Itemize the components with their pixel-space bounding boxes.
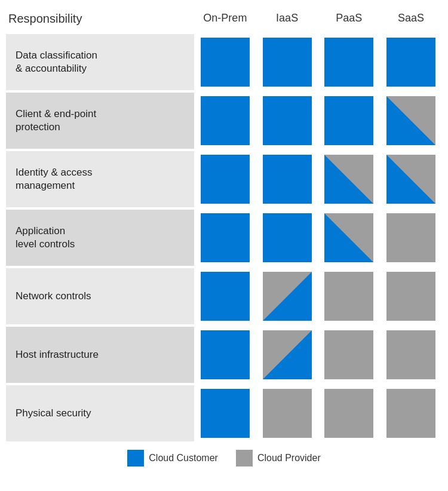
table-cell — [194, 327, 256, 383]
table-row: Host infrastructure — [6, 327, 442, 383]
table-cell — [318, 93, 381, 149]
row-label: Network controls — [6, 268, 194, 324]
header-responsibility: Responsibility — [6, 6, 194, 32]
row-label: Application level controls — [6, 210, 194, 266]
row-label: Physical security — [6, 385, 194, 441]
cell-square — [201, 330, 250, 379]
cell-square — [324, 213, 373, 262]
header-row: Responsibility On-Prem IaaS PaaS SaaS — [6, 6, 442, 32]
cell-square — [263, 389, 312, 438]
table-cell — [256, 210, 318, 266]
header-saas: SaaS — [380, 6, 442, 32]
cell-square — [201, 155, 250, 204]
table-cell — [318, 34, 381, 90]
table-cell — [256, 93, 318, 149]
responsibility-table: Responsibility On-Prem IaaS PaaS SaaS Da… — [6, 6, 442, 467]
table-cell — [194, 151, 256, 207]
table-cell — [194, 34, 256, 90]
table-cell — [380, 268, 442, 324]
cell-square — [263, 96, 312, 145]
row-label: Data classification & accountability — [6, 34, 194, 90]
cell-square — [324, 272, 373, 321]
cell-square — [386, 389, 435, 438]
legend-customer-label: Cloud Customer — [149, 453, 218, 464]
cell-square — [324, 96, 373, 145]
table-cell — [318, 385, 381, 441]
row-label: Identity & access management — [6, 151, 194, 207]
table-cell — [318, 210, 381, 266]
cell-square — [263, 155, 312, 204]
table-cell — [256, 268, 318, 324]
cell-square — [386, 38, 435, 87]
cell-square — [201, 96, 250, 145]
cell-square — [386, 213, 435, 262]
table-cell — [194, 210, 256, 266]
legend-provider: Cloud Provider — [236, 450, 321, 467]
legend-customer-swatch — [127, 450, 144, 467]
table-cell — [194, 268, 256, 324]
cell-square — [324, 389, 373, 438]
table-cell — [318, 268, 381, 324]
cell-square — [201, 213, 250, 262]
table-cell — [256, 327, 318, 383]
cell-square — [324, 330, 373, 379]
table-cell — [256, 385, 318, 441]
table-cell — [256, 34, 318, 90]
table-cell — [380, 327, 442, 383]
table-cell — [318, 151, 381, 207]
row-label: Client & end-point protection — [6, 93, 194, 149]
table-row: Physical security — [6, 385, 442, 441]
table-cell — [380, 385, 442, 441]
table-row: Identity & access management — [6, 151, 442, 207]
table-cell — [380, 151, 442, 207]
table-cell — [318, 327, 381, 383]
legend: Cloud Customer Cloud Provider — [6, 450, 442, 467]
table-row: Data classification & accountability — [6, 34, 442, 90]
table-row: Client & end-point protection — [6, 93, 442, 149]
cell-square — [263, 330, 312, 379]
cell-square — [201, 389, 250, 438]
cell-square — [386, 272, 435, 321]
cell-square — [324, 155, 373, 204]
cell-square — [324, 38, 373, 87]
legend-provider-swatch — [236, 450, 253, 467]
rows-container: Data classification & accountabilityClie… — [6, 34, 442, 441]
cell-square — [263, 38, 312, 87]
row-label: Host infrastructure — [6, 327, 194, 383]
cell-square — [201, 272, 250, 321]
legend-customer: Cloud Customer — [127, 450, 218, 467]
table-cell — [380, 210, 442, 266]
table-row: Application level controls — [6, 210, 442, 266]
table-cell — [194, 93, 256, 149]
table-cell — [256, 151, 318, 207]
header-paas: PaaS — [318, 6, 381, 32]
cell-square — [386, 96, 435, 145]
cell-square — [201, 38, 250, 87]
cell-square — [263, 272, 312, 321]
header-iaas: IaaS — [256, 6, 318, 32]
table-row: Network controls — [6, 268, 442, 324]
cell-square — [386, 155, 435, 204]
table-cell — [380, 34, 442, 90]
header-onprem: On-Prem — [194, 6, 256, 32]
table-cell — [380, 93, 442, 149]
table-cell — [194, 385, 256, 441]
legend-provider-label: Cloud Provider — [257, 453, 321, 464]
cell-square — [263, 213, 312, 262]
cell-square — [386, 330, 435, 379]
